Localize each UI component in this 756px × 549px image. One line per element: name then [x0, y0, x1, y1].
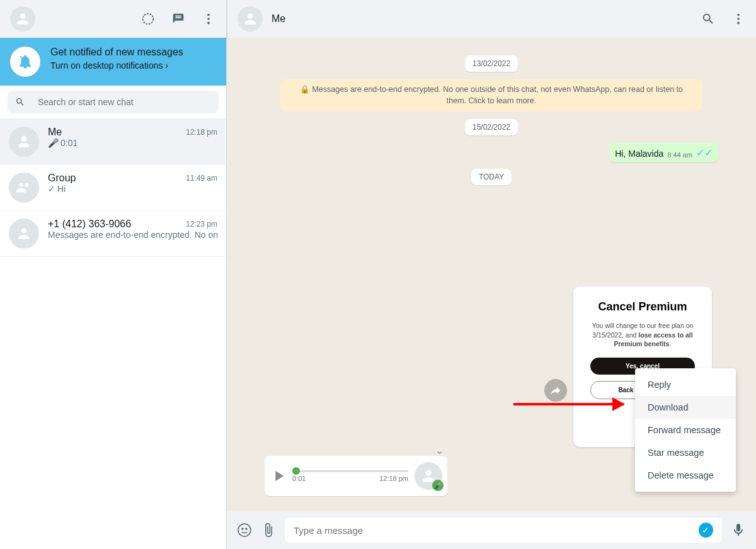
notifications-banner[interactable]: Get notified of new messages Turn on des… — [0, 38, 226, 86]
chat-time: 12:18 pm — [186, 128, 217, 137]
emoji-icon[interactable] — [237, 523, 252, 538]
chat-time: 11:49 am — [186, 174, 217, 183]
voice-time: 12:18 pm — [379, 475, 408, 482]
conversation-title: Me — [272, 13, 285, 25]
attach-icon[interactable] — [261, 523, 276, 538]
search-chat-icon[interactable] — [701, 11, 716, 26]
chat-item-group[interactable]: Group11:49 am ✓ Hi — [0, 165, 226, 211]
voice-duration: 0:01 — [292, 475, 306, 482]
message-input[interactable] — [294, 525, 699, 536]
chat-preview: Hi — [57, 184, 66, 194]
voice-avatar: 🎤 — [415, 462, 442, 490]
svg-point-9 — [246, 528, 247, 529]
status-icon[interactable] — [140, 11, 156, 26]
avatar — [9, 127, 39, 157]
search-bar — [0, 86, 226, 119]
forward-icon[interactable] — [544, 379, 567, 402]
ctx-reply[interactable]: Reply — [635, 373, 736, 396]
ctx-download[interactable]: Download — [635, 396, 736, 419]
avatar — [9, 218, 39, 249]
my-avatar[interactable] — [10, 6, 35, 31]
date-separator: 15/02/2022 — [465, 119, 518, 135]
voice-message[interactable]: ⌄ 0:0112:18 pm 🎤 — [265, 456, 447, 496]
conversation-header: Me — [227, 0, 756, 38]
image-card-title: Cancel Premium — [585, 300, 701, 314]
svg-point-4 — [737, 14, 740, 16]
image-card-body: You will change to our free plan on 3/15… — [585, 321, 701, 349]
ctx-delete[interactable]: Delete message — [635, 464, 736, 487]
svg-point-5 — [737, 18, 740, 20]
encryption-notice[interactable]: 🔒 Messages are end-to-end encrypted. No … — [280, 79, 702, 111]
svg-point-0 — [143, 14, 154, 25]
date-separator: TODAY — [471, 169, 512, 185]
new-chat-icon[interactable] — [171, 11, 186, 26]
conversation-menu-icon[interactable] — [731, 11, 746, 26]
annotation-arrow — [513, 403, 624, 405]
mic-icon: 🎤 — [48, 138, 59, 148]
svg-point-8 — [242, 528, 243, 529]
conversation-avatar[interactable] — [238, 6, 263, 31]
play-icon[interactable] — [270, 467, 287, 485]
svg-point-1 — [207, 14, 210, 16]
menu-icon[interactable] — [201, 11, 216, 26]
svg-point-2 — [207, 18, 210, 20]
chat-list: Me12:18 pm 🎤0:01 Group11:49 am ✓ Hi +1 (… — [0, 119, 226, 549]
chat-name: Me — [48, 127, 62, 138]
message-outgoing[interactable]: Hi, Malavida 8:44 am ✓✓ — [609, 143, 718, 162]
chat-preview: 0:01 — [60, 138, 77, 148]
ctx-forward[interactable]: Forward message — [635, 419, 736, 441]
chat-item-phone[interactable]: +1 (412) 363-906612:23 pm Messages are e… — [0, 211, 226, 257]
message-time: 8:44 am — [667, 151, 692, 159]
chat-name: +1 (412) 363-9066 — [48, 218, 131, 230]
notif-subtitle: Turn on desktop notifications › — [50, 60, 183, 71]
ctx-star[interactable]: Star message — [635, 441, 736, 464]
mic-icon[interactable] — [731, 523, 746, 538]
chevron-down-icon[interactable]: ⌄ — [435, 444, 444, 456]
date-separator: 13/02/2022 — [465, 55, 518, 72]
notif-title: Get notified of new messages — [50, 47, 183, 58]
avatar — [9, 173, 39, 203]
composer: ✓ — [227, 511, 756, 549]
chat-item-me[interactable]: Me12:18 pm 🎤0:01 — [0, 119, 226, 165]
track-handle[interactable] — [292, 467, 300, 475]
chat-name: Group — [48, 173, 76, 184]
chat-time: 12:23 pm — [186, 220, 217, 229]
read-ticks-icon: ✓✓ — [696, 147, 713, 159]
svg-point-3 — [207, 22, 210, 25]
ok-badge-icon: ✓ — [699, 523, 713, 538]
mic-badge-icon: 🎤 — [432, 480, 444, 491]
context-menu: Reply Download Forward message Star mess… — [635, 368, 736, 492]
chat-preview: Messages are end-to-end encrypted. No on… — [48, 230, 217, 240]
sidebar-header — [0, 0, 226, 38]
svg-point-7 — [238, 524, 251, 536]
svg-point-6 — [737, 22, 740, 25]
search-icon — [15, 96, 25, 108]
search-input[interactable] — [38, 97, 211, 107]
bell-off-icon — [10, 47, 40, 77]
check-icon: ✓ — [48, 184, 55, 194]
message-text: Hi, Malavida — [615, 149, 663, 159]
